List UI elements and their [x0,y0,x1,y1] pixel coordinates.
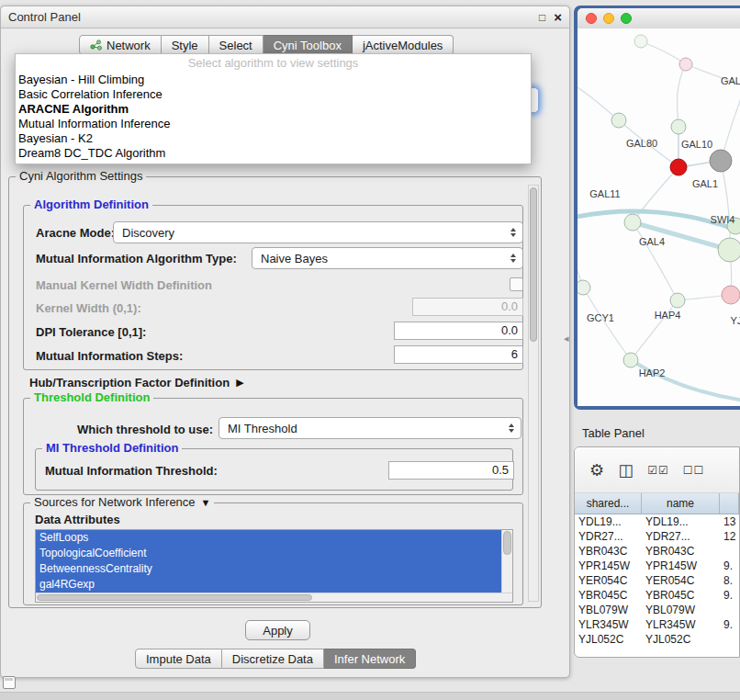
status-bar [0,692,740,700]
manual-kernel-checkbox[interactable] [510,277,523,291]
column-header-2[interactable]: name [642,493,720,514]
list-hscroll-thumb[interactable] [37,594,312,601]
network-window-titlebar[interactable] [577,8,740,28]
network-edge[interactable] [677,64,686,127]
settings-scrollbar-thumb[interactable] [530,187,537,342]
close-window-icon[interactable]: × [554,10,562,24]
network-node-label: GCY1 [587,312,614,323]
float-window-icon[interactable]: □ [539,11,545,24]
cyni-settings-group: Cyni Algorithm Settings Algorithm Defini… [8,176,542,608]
settings-scrollbar[interactable] [528,185,539,602]
mi-type-select[interactable]: Naive Bayes [252,247,523,269]
attribute-item-betweennesscentrality[interactable]: BetweennessCentrality [36,561,501,577]
network-edge[interactable] [577,84,619,120]
column-header-3[interactable] [720,493,739,514]
minimize-traffic-light-icon[interactable] [603,13,614,24]
table-row[interactable]: YDL19...YDL19...13 [575,514,739,529]
network-node-label: HAP4 [655,310,681,321]
list-hscrollbar[interactable] [36,593,512,602]
table-row[interactable]: YPR145WYPR145W9. [575,559,739,573]
control-panel-titlebar[interactable]: Control Panel □ × [1,6,569,28]
settings-group-title: Cyni Algorithm Settings [16,169,146,183]
column-header-1[interactable]: shared... [575,493,642,514]
tab-label: Discretize Data [232,652,313,666]
tab-discretize-data[interactable]: Discretize Data [222,649,324,669]
network-node[interactable] [634,35,647,48]
tab-impute-data[interactable]: Impute Data [135,649,222,669]
table-row[interactable]: YBL079WYBL079W [575,603,739,617]
dpi-tolerance-field[interactable]: 0.0 [394,322,523,340]
table-row[interactable]: YER054CYER054C8. [575,573,739,588]
dropdown-item-bayesian-k2[interactable]: Bayesian - K2 [16,131,531,146]
table-cell: YBR043C [642,544,720,559]
which-threshold-label: Which threshold to use: [77,423,213,436]
columns-icon[interactable]: ◫ [618,460,633,480]
network-node[interactable] [722,286,740,304]
kernel-width-field[interactable]: 0.0 [412,298,523,316]
table-cell [720,603,739,617]
network-canvas[interactable]: GAL80GAL10GAL1GAL11SWI4GAL4GCY1HAP4HAP2G… [577,28,740,406]
tab-jactivemodules[interactable]: jActiveModules [353,35,454,55]
network-edge[interactable] [631,360,740,401]
mi-threshold-field[interactable]: 0.5 [388,461,514,480]
zoom-traffic-light-icon[interactable] [621,13,632,24]
network-node[interactable] [718,238,740,262]
dropdown-item-bayesian-hill-climbing[interactable]: Bayesian - Hill Climbing [16,73,531,87]
network-node[interactable] [624,214,641,231]
deselect-all-icon[interactable]: ☐☐ [683,464,705,477]
attribute-item-selfloops[interactable]: SelfLoops [36,530,501,546]
gear-icon[interactable]: ⚙ [589,460,604,480]
attribute-item-topologicalcoefficient[interactable]: TopologicalCoefficient [36,546,501,561]
table-cell: YDR27... [575,529,642,544]
which-threshold-select[interactable]: MI Threshold [219,417,521,439]
network-node-label: GAL1 [692,178,718,189]
table-row[interactable]: YDR27...YDR27...12 [575,529,739,544]
tab-select[interactable]: Select [209,35,263,55]
network-edge[interactable] [583,288,631,360]
table-cell: 8. [720,573,739,588]
network-node[interactable] [679,58,692,71]
select-all-icon[interactable]: ☑☑ [647,464,669,477]
table-toolbar: ⚙ ◫ ☑☑ ☐☐ [575,447,739,493]
mi-steps-field[interactable]: 6 [394,345,523,364]
control-panel-tabs: NetworkStyleSelectCyni ToolboxjActiveMod… [79,35,454,55]
tab-network[interactable]: Network [79,35,162,55]
dropdown-item-basic-correlation-inference[interactable]: Basic Correlation Inference [16,87,531,102]
dropdown-item-dream8-dc-tdc-algorithm[interactable]: Dream8 DC_TDC Algorithm [16,146,531,161]
splitter-handle-icon[interactable]: ◂ [564,333,569,344]
network-node[interactable] [623,353,638,367]
mi-threshold-group: MI Threshold Definition Mutual Informati… [35,448,513,491]
network-node[interactable] [611,113,626,128]
attribute-item-gal4rgexp[interactable]: gal4RGexp [36,577,501,593]
list-vscroll-thumb[interactable] [503,531,511,555]
table-row[interactable]: YBR045CYBR045C9. [575,588,739,603]
network-node[interactable] [670,293,685,308]
dropdown-item-aracne-algorithm[interactable]: ARACNE Algorithm [16,102,531,117]
table-header: shared...name [575,493,739,514]
list-vscrollbar[interactable] [501,530,512,593]
mi-type-label: Mutual Information Algorithm Type: [36,252,237,265]
apply-button[interactable]: Apply [245,620,310,640]
close-traffic-light-icon[interactable] [586,13,597,24]
sources-toggle[interactable]: Sources for Network Inference ▼ [30,495,214,509]
algorithm-definition-title: Algorithm Definition [30,198,152,211]
table-row[interactable]: YLR345WYLR345W9. [575,617,739,632]
dropdown-item-mutual-information-inference[interactable]: Mutual Information Inference [16,117,531,131]
network-node[interactable] [710,150,732,172]
table-cell: 13 [720,514,739,529]
network-node[interactable] [671,119,686,134]
network-edge[interactable] [721,161,730,250]
minimized-panel-icon[interactable] [3,676,16,689]
tab-style[interactable]: Style [162,35,209,55]
tab-infer-network[interactable]: Infer Network [324,649,416,669]
network-node[interactable] [577,280,590,295]
table-row[interactable]: YJL052CYJL052C [575,632,739,647]
dropdown-items: Bayesian - Hill ClimbingBasic Correlatio… [16,73,531,161]
network-edge[interactable] [641,41,686,64]
tab-label: Style [172,39,198,52]
tab-cyni-toolbox[interactable]: Cyni Toolbox [263,35,353,55]
aracne-mode-select[interactable]: Discovery [113,221,523,243]
table-row[interactable]: YBR043CYBR043C [575,544,739,559]
hub-definition-toggle[interactable]: Hub/Transcription Factor Definition ▶ [29,376,244,390]
network-node[interactable] [670,159,687,175]
